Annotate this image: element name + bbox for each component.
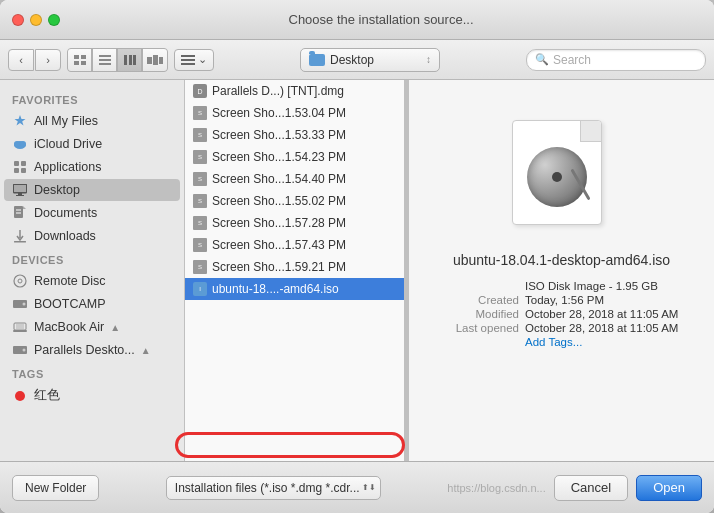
eject-icon: ▲ — [110, 322, 120, 333]
file-list-wrapper: D Parallels D...) [TNT].dmg S Screen Sho… — [185, 80, 409, 461]
location-bar: Desktop ↕ — [220, 48, 520, 72]
file-name: Screen Sho...1.53.04 PM — [212, 106, 396, 120]
svg-rect-0 — [74, 55, 79, 59]
list-item[interactable]: S Screen Sho...1.54.40 PM — [185, 168, 404, 190]
screenshot-file-icon: S — [193, 150, 207, 164]
minimize-button[interactable] — [30, 14, 42, 26]
sidebar-item-icloud-drive[interactable]: iCloud Drive — [4, 133, 180, 155]
svg-rect-1 — [81, 55, 86, 59]
file-list: D Parallels D...) [TNT].dmg S Screen Sho… — [185, 80, 405, 461]
cloud-icon — [12, 136, 28, 152]
file-type-dropdown: Installation files (*.iso *.dmg *.cdr... — [109, 476, 437, 500]
sidebar-item-documents[interactable]: Documents — [4, 202, 180, 224]
svg-rect-15 — [181, 63, 195, 65]
close-button[interactable] — [12, 14, 24, 26]
list-item-selected[interactable]: I ubuntu-18....-amd64.iso — [185, 278, 404, 300]
new-folder-button[interactable]: New Folder — [12, 475, 99, 501]
view-column-button[interactable] — [118, 49, 142, 71]
svg-marker-28 — [23, 206, 26, 209]
folder-icon — [309, 54, 325, 66]
preview-area: ubuntu-18.04.1-desktop-amd64.iso ISO Dis… — [409, 80, 714, 461]
list-item[interactable]: S Screen Sho...1.53.33 PM — [185, 124, 404, 146]
svg-rect-38 — [13, 330, 27, 332]
view-list-button[interactable] — [93, 49, 117, 71]
list-item[interactable]: S Screen Sho...1.55.02 PM — [185, 190, 404, 212]
svg-point-40 — [23, 349, 26, 352]
devices-header: Devices — [0, 248, 184, 269]
meta-modified-label: Modified — [429, 308, 519, 320]
list-item[interactable]: S Screen Sho...1.54.23 PM — [185, 146, 404, 168]
sidebar-item-all-my-files[interactable]: All My Files — [4, 110, 180, 132]
parallels-icon — [12, 342, 28, 358]
hdd-icon — [512, 120, 612, 230]
file-preview-icon — [502, 110, 622, 240]
iso-file-icon: I — [193, 282, 207, 296]
list-item[interactable]: S Screen Sho...1.59.21 PM — [185, 256, 404, 278]
bottom-bar: New Folder Installation files (*.iso *.d… — [0, 461, 714, 513]
open-button[interactable]: Open — [636, 475, 702, 501]
svg-point-35 — [23, 303, 26, 306]
list-item[interactable]: S Screen Sho...1.57.28 PM — [185, 212, 404, 234]
svg-rect-6 — [99, 63, 111, 65]
svg-point-17 — [14, 141, 20, 147]
svg-rect-24 — [14, 185, 26, 192]
meta-type-row: ISO Disk Image - 1.95 GB — [429, 280, 694, 292]
dmg-file-icon: D — [193, 84, 207, 98]
back-button[interactable]: ‹ — [8, 49, 34, 71]
sidebar-item-parallels-desktop[interactable]: Parallels Deskto... ▲ — [4, 339, 180, 361]
view-icon-button[interactable] — [68, 49, 92, 71]
view-cover-button[interactable] — [143, 49, 167, 71]
meta-modified-value: October 28, 2018 at 11:05 AM — [525, 308, 678, 320]
documents-icon — [12, 205, 28, 221]
meta-last-opened-row: Last opened October 28, 2018 at 11:05 AM — [429, 322, 694, 334]
sidebar-item-label: Desktop — [34, 183, 80, 197]
finder-window: Choose the installation source... ‹ › ⌄ — [0, 0, 714, 513]
search-icon: 🔍 — [535, 53, 549, 66]
add-tags-button[interactable]: Add Tags... — [525, 336, 582, 348]
tag-red-icon — [12, 388, 28, 404]
meta-last-opened-value: October 28, 2018 at 11:05 AM — [525, 322, 678, 334]
sidebar-item-label: Downloads — [34, 229, 96, 243]
list-item[interactable]: S Screen Sho...1.57.43 PM — [185, 234, 404, 256]
cancel-button[interactable]: Cancel — [554, 475, 628, 501]
preview-meta: ISO Disk Image - 1.95 GB Created Today, … — [429, 280, 694, 350]
sidebar-item-remote-disc[interactable]: Remote Disc — [4, 270, 180, 292]
disc-icon — [12, 273, 28, 289]
disk-arm — [570, 168, 590, 200]
file-type-select[interactable]: Installation files (*.iso *.dmg *.cdr... — [166, 476, 381, 500]
disk-visual — [525, 143, 589, 210]
meta-type-label — [429, 280, 519, 292]
svg-rect-20 — [21, 161, 26, 166]
sidebar-item-tag-red[interactable]: 红色 — [4, 384, 180, 407]
view-buttons — [67, 48, 168, 72]
nav-buttons: ‹ › — [8, 49, 61, 71]
meta-last-opened-label: Last opened — [429, 322, 519, 334]
search-bar[interactable]: 🔍 Search — [526, 49, 706, 71]
meta-created-row: Created Today, 1:56 PM — [429, 294, 694, 306]
sidebar-item-desktop[interactable]: Desktop — [4, 179, 180, 201]
resize-handle[interactable] — [405, 80, 409, 461]
location-label: Desktop — [330, 53, 374, 67]
sidebar-item-downloads[interactable]: Downloads — [4, 225, 180, 247]
sidebar-item-applications[interactable]: Applications — [4, 156, 180, 178]
svg-rect-22 — [21, 168, 26, 173]
svg-rect-37 — [16, 324, 24, 329]
maximize-button[interactable] — [48, 14, 60, 26]
star-icon — [12, 113, 28, 129]
svg-rect-7 — [124, 55, 127, 65]
list-item[interactable]: D Parallels D...) [TNT].dmg — [185, 80, 404, 102]
screenshot-file-icon: S — [193, 172, 207, 186]
svg-rect-10 — [147, 57, 152, 64]
sidebar: Favorites All My Files iCloud Drive Appl… — [0, 80, 185, 461]
view-options-dropdown[interactable]: ⌄ — [174, 49, 214, 71]
svg-rect-8 — [129, 55, 132, 65]
svg-rect-5 — [99, 59, 111, 61]
sidebar-item-bootcamp[interactable]: BOOTCAMP — [4, 293, 180, 315]
sidebar-item-macbook-air[interactable]: MacBook Air ▲ — [4, 316, 180, 338]
list-item[interactable]: S Screen Sho...1.53.04 PM — [185, 102, 404, 124]
svg-rect-9 — [133, 55, 136, 65]
search-placeholder: Search — [553, 53, 591, 67]
location-dropdown[interactable]: Desktop ↕ — [300, 48, 440, 72]
forward-button[interactable]: › — [35, 49, 61, 71]
sidebar-item-label: 红色 — [34, 387, 60, 404]
